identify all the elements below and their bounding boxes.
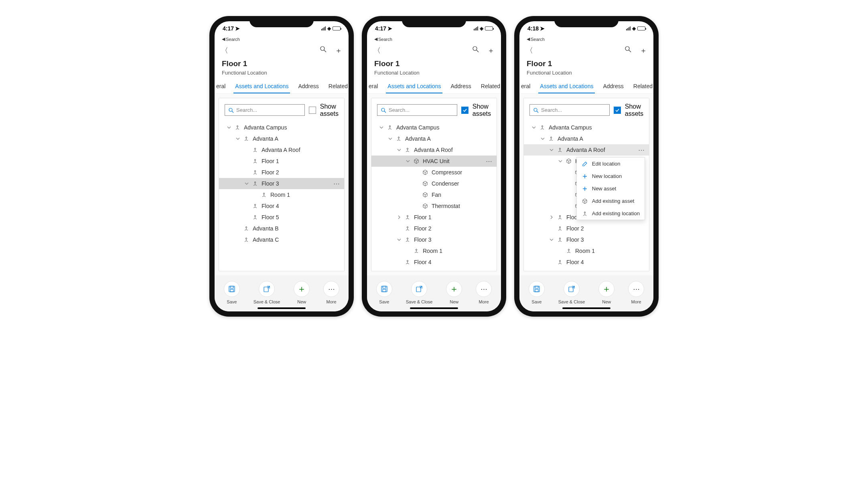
tree-row[interactable]: Advanta A (219, 133, 344, 144)
new-button[interactable]: ＋New (598, 281, 614, 304)
tree-row[interactable]: Floor 4 (219, 200, 344, 212)
tree-row[interactable]: Floor 3⋯ (219, 178, 344, 189)
chevron-down-icon[interactable] (226, 125, 232, 129)
tab-address[interactable]: Address (446, 79, 476, 93)
search-input[interactable]: Search... (225, 104, 305, 116)
tab-general[interactable]: eral (369, 79, 383, 93)
tab-related[interactable]: Related (629, 79, 653, 93)
tree-row[interactable]: Advanta A (524, 133, 649, 144)
chevron-down-icon[interactable] (387, 137, 393, 141)
context-menu-item[interactable]: Add existing location (577, 207, 645, 220)
context-menu-item[interactable]: Add existing asset (577, 195, 645, 207)
tree-row[interactable]: Floor 2 (371, 223, 497, 234)
chevron-down-icon[interactable] (379, 125, 384, 129)
search-icon[interactable] (320, 46, 327, 55)
tab-related[interactable]: Related (476, 79, 501, 93)
home-indicator[interactable] (410, 307, 458, 309)
chevron-right-icon[interactable] (549, 215, 554, 219)
back-to-search[interactable]: ◀ Search (367, 36, 501, 42)
tree-row[interactable]: Floor 5 (219, 212, 344, 223)
context-menu-item[interactable]: New location (577, 170, 645, 182)
tree-row[interactable]: HVAC Unit⋯ (371, 156, 497, 167)
back-to-search[interactable]: ◀ Search (519, 36, 653, 42)
new-button[interactable]: ＋New (446, 281, 462, 304)
tree-row[interactable]: Advanta A Roof⋯ (524, 144, 649, 156)
tree-row[interactable]: Floor 4 (371, 257, 497, 268)
tab-general[interactable]: eral (521, 79, 535, 93)
search-icon[interactable] (472, 46, 479, 55)
tree-row[interactable]: Advanta Campus (219, 122, 344, 133)
tree-row[interactable]: Room 1 (219, 189, 344, 200)
row-more-icon[interactable]: ⋯ (638, 146, 645, 154)
save-close-button[interactable]: Save & Close (558, 281, 585, 304)
tree-row[interactable]: Advanta Campus (371, 122, 497, 133)
tab-address[interactable]: Address (293, 79, 323, 93)
tree-row[interactable]: Floor 3 (524, 234, 649, 245)
chevron-down-icon[interactable] (396, 148, 402, 152)
tree-row[interactable]: Condenser (371, 178, 497, 189)
tree-row[interactable]: Advanta A (371, 133, 497, 144)
chevron-right-icon[interactable] (396, 215, 402, 219)
context-menu-item[interactable]: New asset (577, 182, 645, 195)
svg-rect-51 (381, 286, 387, 292)
tab-related[interactable]: Related (324, 79, 349, 93)
chevron-down-icon[interactable] (405, 159, 411, 163)
more-button[interactable]: ⋯More (476, 281, 492, 304)
tree-row[interactable]: Floor 1 (371, 212, 497, 223)
search-input[interactable]: Search... (529, 104, 610, 116)
tree-row[interactable]: Compressor (371, 167, 497, 178)
tree-row[interactable]: Advanta A Roof (371, 144, 497, 156)
add-button[interactable]: ＋ (640, 46, 647, 55)
tree-row[interactable]: Floor 2 (219, 167, 344, 178)
chevron-down-icon[interactable] (531, 125, 537, 129)
save-close-button[interactable]: Save & Close (406, 281, 433, 304)
chevron-down-icon[interactable] (396, 238, 402, 242)
home-indicator[interactable] (258, 307, 306, 309)
row-more-icon[interactable]: ⋯ (333, 180, 340, 188)
chevron-down-icon[interactable] (549, 148, 554, 152)
tree-row[interactable]: Room 1 (524, 245, 649, 257)
back-to-search[interactable]: ◀ Search (215, 36, 349, 42)
back-button[interactable]: 〈 (373, 46, 381, 55)
more-button[interactable]: ⋯More (323, 281, 339, 304)
back-button[interactable]: 〈 (221, 46, 228, 55)
tree-row[interactable]: Advanta B (219, 223, 344, 234)
tree-row[interactable]: Advanta C (219, 234, 344, 245)
home-indicator[interactable] (562, 307, 610, 309)
show-assets-checkbox[interactable] (461, 107, 468, 114)
tree-row[interactable]: Floor 1 (219, 156, 344, 167)
more-button[interactable]: ⋯More (628, 281, 644, 304)
add-button[interactable]: ＋ (335, 46, 342, 55)
tree-row[interactable]: Floor 2 (524, 223, 649, 234)
tree-row[interactable]: Fan (371, 189, 497, 200)
tab-general[interactable]: eral (216, 79, 230, 93)
chevron-down-icon[interactable] (244, 182, 249, 186)
tree-row[interactable]: Floor 4 (524, 257, 649, 268)
tree-row[interactable]: Room 1 (371, 245, 497, 257)
context-menu-item[interactable]: Edit location (577, 158, 645, 170)
tab-assets-locations[interactable]: Assets and Locations (535, 79, 598, 93)
tree-row[interactable]: Floor 3 (371, 234, 497, 245)
chevron-down-icon[interactable] (549, 238, 554, 242)
tab-address[interactable]: Address (598, 79, 628, 93)
save-button[interactable]: Save (529, 281, 545, 304)
tab-assets-locations[interactable]: Assets and Locations (383, 79, 446, 93)
tree-row[interactable]: Advanta Campus (524, 122, 649, 133)
save-close-button[interactable]: Save & Close (254, 281, 280, 304)
chevron-down-icon[interactable] (540, 137, 546, 141)
tree-row[interactable]: Thermostat (371, 200, 497, 212)
add-button[interactable]: ＋ (487, 46, 495, 55)
show-assets-checkbox[interactable] (614, 107, 621, 114)
tab-assets-locations[interactable]: Assets and Locations (230, 79, 293, 93)
chevron-down-icon[interactable] (235, 137, 241, 141)
save-button[interactable]: Save (376, 281, 392, 304)
search-icon[interactable] (625, 46, 632, 55)
save-button[interactable]: Save (224, 281, 240, 304)
show-assets-checkbox[interactable] (309, 107, 316, 114)
tree-row[interactable]: Advanta A Roof (219, 144, 344, 156)
back-button[interactable]: 〈 (526, 46, 533, 55)
search-input[interactable]: Search... (377, 104, 457, 116)
new-button[interactable]: ＋New (294, 281, 310, 304)
row-more-icon[interactable]: ⋯ (486, 158, 493, 165)
chevron-down-icon[interactable] (558, 159, 563, 163)
